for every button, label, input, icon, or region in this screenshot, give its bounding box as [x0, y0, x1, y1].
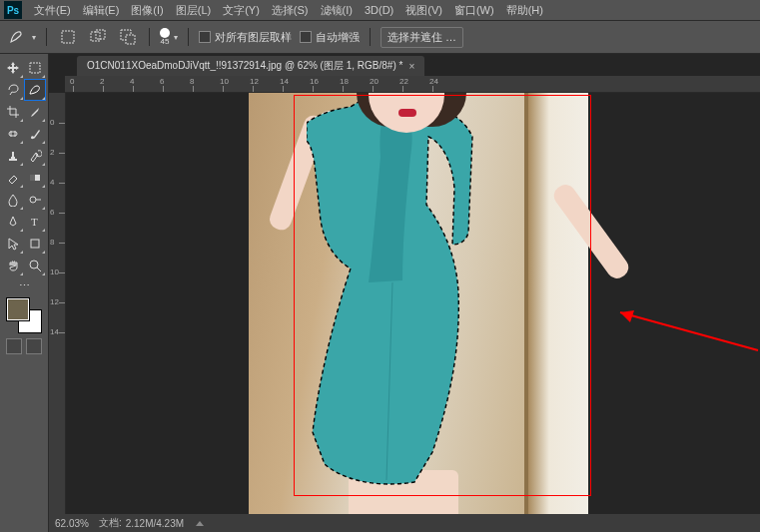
menu-layer[interactable]: 图层(L): [170, 1, 217, 20]
type-tool[interactable]: T: [25, 212, 45, 232]
menu-file[interactable]: 文件(E): [28, 1, 77, 20]
svg-rect-14: [31, 240, 39, 248]
brush-preset[interactable]: 45: [160, 28, 170, 46]
stamp-tool[interactable]: [3, 146, 23, 166]
ruler-tick-label: 0: [70, 77, 74, 86]
ruler-tick-label: 8: [190, 77, 194, 86]
status-bar: 62.03% 文档: 2.12M/4.23M: [49, 514, 760, 532]
sample-all-layers-checkbox[interactable]: 对所有图层取样: [199, 30, 292, 45]
options-bar: ▾ 45 ▾ 对所有图层取样 自动增强 选择并遮住 …: [0, 21, 760, 54]
menu-edit[interactable]: 编辑(E): [77, 1, 126, 20]
annotation-arrow: [600, 302, 760, 362]
brush-tool[interactable]: [25, 124, 45, 144]
subtract-selection-icon[interactable]: [117, 26, 139, 48]
ruler-tick-label: 14: [280, 77, 289, 86]
svg-rect-6: [9, 132, 17, 136]
hand-tool[interactable]: [3, 256, 23, 275]
ruler-tick-label: 10: [50, 267, 59, 276]
menu-view[interactable]: 视图(V): [399, 1, 448, 20]
ruler-tick-label: 2: [100, 77, 104, 86]
document-canvas[interactable]: [249, 93, 588, 514]
ruler-tick-label: 4: [130, 77, 134, 86]
eyedropper-tool[interactable]: [25, 102, 45, 122]
ruler-tick-label: 12: [50, 297, 59, 306]
svg-rect-1: [91, 32, 100, 41]
zoom-level[interactable]: 62.03%: [55, 518, 89, 529]
ruler-tick-label: 16: [310, 77, 319, 86]
doc-size[interactable]: 文档: 2.12M/4.23M: [99, 516, 184, 530]
marquee-tool[interactable]: [25, 58, 45, 78]
heal-tool[interactable]: [3, 124, 23, 144]
ruler-tick-label: 12: [250, 77, 259, 86]
foreground-color[interactable]: [7, 298, 29, 320]
svg-rect-4: [126, 35, 135, 44]
svg-line-16: [37, 267, 41, 271]
svg-point-11: [30, 197, 36, 203]
doc-label: 文档:: [99, 516, 122, 530]
ruler-tick-label: 10: [220, 77, 229, 86]
document-area: O1CN011XOeaDmoDJiVqtt_!!91372914.jpg @ 6…: [49, 54, 760, 532]
canvas-stage[interactable]: [66, 93, 760, 514]
svg-rect-2: [96, 30, 105, 39]
ruler-horizontal[interactable]: 024681012141618202224: [65, 76, 760, 93]
ruler-tick-label: 0: [50, 118, 54, 127]
chevron-down-icon[interactable]: ▾: [32, 33, 36, 42]
lasso-tool[interactable]: [3, 80, 23, 100]
gradient-tool[interactable]: [25, 168, 45, 188]
shape-tool[interactable]: [25, 234, 45, 254]
menu-help[interactable]: 帮助(H): [500, 1, 549, 20]
ruler-tick-label: 2: [50, 148, 54, 157]
move-tool[interactable]: [3, 58, 23, 78]
ruler-tick-label: 18: [340, 77, 349, 86]
quick-mask-toggle[interactable]: [6, 338, 22, 354]
svg-rect-0: [62, 31, 74, 43]
close-icon[interactable]: ×: [408, 61, 414, 72]
history-brush-tool[interactable]: [25, 146, 45, 166]
dodge-tool[interactable]: [25, 190, 45, 210]
ruler-tick-label: 6: [160, 77, 164, 86]
zoom-tool[interactable]: [25, 256, 45, 275]
svg-line-18: [620, 312, 758, 350]
ruler-tick-label: 4: [50, 178, 54, 187]
quick-selection-tool[interactable]: [25, 80, 45, 100]
screen-mode-toggle[interactable]: [26, 338, 42, 354]
menu-bar: Ps 文件(E) 编辑(E) 图像(I) 图层(L) 文字(Y) 选择(S) 滤…: [0, 0, 760, 21]
ruler-tick-label: 14: [50, 327, 59, 336]
checkbox-icon: [199, 31, 211, 43]
pen-tool[interactable]: [3, 212, 23, 232]
menu-3d[interactable]: 3D(D): [359, 2, 399, 18]
auto-enhance-label: 自动增强: [316, 30, 360, 45]
ruler-vertical[interactable]: 02468101214: [49, 93, 66, 514]
menu-window[interactable]: 窗口(W): [448, 1, 500, 20]
toolbox: T ⋯: [0, 54, 49, 532]
ruler-tick-label: 22: [399, 77, 408, 86]
blur-tool[interactable]: [3, 190, 23, 210]
chevron-down-icon[interactable]: ▾: [174, 33, 178, 42]
triangle-icon[interactable]: [196, 521, 204, 526]
add-selection-icon[interactable]: [87, 26, 109, 48]
crop-tool[interactable]: [3, 102, 23, 122]
svg-marker-19: [620, 310, 634, 322]
current-tool-icon[interactable]: [6, 26, 28, 48]
menu-filter[interactable]: 滤镜(I): [315, 1, 359, 20]
document-tab[interactable]: O1CN011XOeaDmoDJiVqtt_!!91372914.jpg @ 6…: [77, 56, 424, 76]
zoom-value: 62.03%: [55, 518, 89, 529]
selection-marquee: [307, 93, 476, 492]
document-tabs: O1CN011XOeaDmoDJiVqtt_!!91372914.jpg @ 6…: [49, 54, 760, 76]
menu-type[interactable]: 文字(Y): [217, 1, 266, 20]
tool-extra[interactable]: ⋯: [19, 279, 30, 292]
select-and-mask-button[interactable]: 选择并遮住 …: [380, 27, 463, 48]
checkbox-icon: [300, 31, 312, 43]
ruler-tick-label: 20: [370, 77, 379, 86]
eraser-tool[interactable]: [3, 168, 23, 188]
photo-lips: [398, 109, 416, 117]
brush-size-value: 45: [161, 38, 170, 46]
menu-select[interactable]: 选择(S): [266, 1, 315, 20]
auto-enhance-checkbox[interactable]: 自动增强: [300, 30, 360, 45]
work-area: T ⋯ O1CN011XOeaDmoDJiVqtt_!!91372914.jpg…: [0, 54, 760, 532]
photo-mirror: [524, 93, 588, 514]
new-selection-icon[interactable]: [57, 26, 79, 48]
color-swatches[interactable]: [7, 298, 41, 332]
path-select-tool[interactable]: [3, 234, 23, 254]
menu-image[interactable]: 图像(I): [125, 1, 169, 20]
